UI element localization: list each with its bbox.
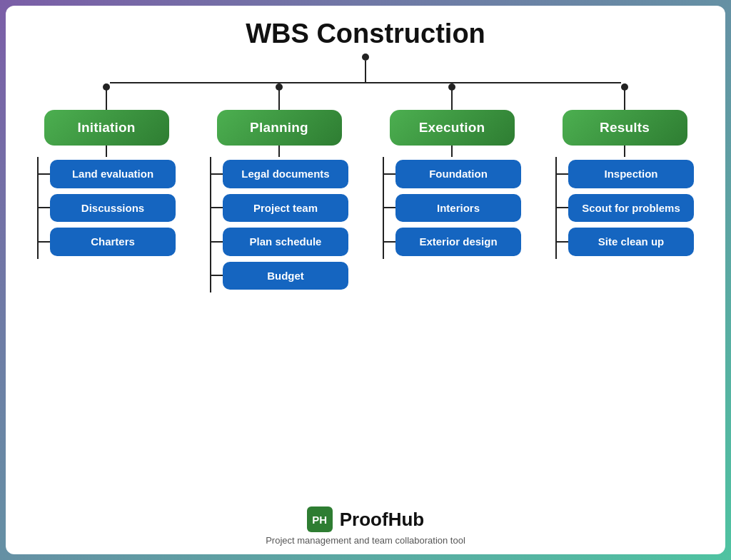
children-wrapper: Legal documentsProject teamPlan schedule… bbox=[210, 157, 348, 292]
child-box: Site clean up bbox=[568, 228, 694, 256]
child-h-line bbox=[211, 173, 223, 175]
child-box: Scout for problems bbox=[568, 194, 694, 223]
page-title: WBS Construction bbox=[246, 19, 485, 49]
cat-v-line bbox=[106, 146, 107, 157]
child-box: Land evaluation bbox=[50, 160, 176, 188]
child-h-line bbox=[557, 207, 568, 208]
ph-badge: PH bbox=[307, 506, 333, 532]
child-row: Inspection bbox=[557, 160, 694, 188]
children-list: InspectionScout for problemsSite clean u… bbox=[557, 157, 694, 259]
children-list: Land evaluationDiscussionsCharters bbox=[39, 157, 176, 259]
child-box: Interiors bbox=[395, 194, 521, 223]
child-h-line bbox=[557, 173, 568, 175]
child-box: Foundation bbox=[395, 160, 521, 188]
child-row: Interiors bbox=[384, 194, 521, 223]
v-drop-line bbox=[451, 90, 453, 110]
category-box-planning: Planning bbox=[217, 110, 342, 146]
footer-logo-row: PH ProofHub bbox=[307, 506, 424, 532]
footer: PH ProofHub Project management and team … bbox=[266, 506, 465, 546]
child-row: Budget bbox=[211, 262, 348, 290]
child-h-line bbox=[211, 207, 223, 208]
column-results: ResultsInspectionScout for problemsSite … bbox=[538, 83, 711, 259]
child-box: Discussions bbox=[50, 194, 176, 223]
inner-card: WBS Construction InitiationLand evaluati… bbox=[6, 6, 725, 554]
cat-v-line bbox=[278, 146, 280, 157]
ph-badge-text: PH bbox=[312, 514, 327, 526]
child-h-line bbox=[39, 207, 50, 208]
child-box: Inspection bbox=[568, 160, 694, 188]
footer-tagline: Project management and team collaboratio… bbox=[266, 535, 465, 546]
child-box: Legal documents bbox=[223, 160, 348, 188]
child-box: Charters bbox=[50, 228, 176, 256]
child-row: Plan schedule bbox=[211, 228, 348, 256]
root-dot bbox=[362, 54, 369, 61]
children-list: FoundationInteriorsExterior design bbox=[384, 157, 521, 259]
cat-v-line bbox=[451, 146, 453, 157]
wbs-diagram: InitiationLand evaluationDiscussionsChar… bbox=[20, 54, 711, 501]
child-row: Exterior design bbox=[384, 228, 521, 256]
children-wrapper: FoundationInteriorsExterior design bbox=[383, 157, 521, 259]
child-box: Project team bbox=[223, 194, 348, 223]
child-row: Foundation bbox=[384, 160, 521, 188]
child-row: Site clean up bbox=[557, 228, 694, 256]
children-list: Legal documentsProject teamPlan schedule… bbox=[211, 157, 348, 292]
child-h-line bbox=[384, 241, 395, 243]
outer-border: WBS Construction InitiationLand evaluati… bbox=[0, 0, 731, 560]
brand-name: ProofHub bbox=[340, 509, 424, 531]
child-h-line bbox=[557, 241, 568, 243]
v-drop-line bbox=[106, 90, 107, 110]
column-initiation: InitiationLand evaluationDiscussionsChar… bbox=[20, 83, 193, 259]
child-box: Exterior design bbox=[395, 228, 521, 256]
child-box: Budget bbox=[223, 262, 348, 290]
child-h-line bbox=[211, 275, 223, 276]
child-row: Discussions bbox=[39, 194, 176, 223]
category-box-results: Results bbox=[563, 110, 687, 146]
v-drop-line bbox=[624, 90, 625, 110]
child-h-line bbox=[384, 173, 395, 175]
category-box-initiation: Initiation bbox=[44, 110, 169, 146]
child-row: Charters bbox=[39, 228, 176, 256]
child-h-line bbox=[211, 241, 223, 243]
child-h-line bbox=[384, 207, 395, 208]
child-row: Scout for problems bbox=[557, 194, 694, 223]
root-line bbox=[365, 61, 366, 82]
child-h-line bbox=[39, 173, 50, 175]
category-box-execution: Execution bbox=[390, 110, 515, 146]
child-row: Land evaluation bbox=[39, 160, 176, 188]
child-row: Legal documents bbox=[211, 160, 348, 188]
v-drop-line bbox=[278, 90, 280, 110]
children-wrapper: InspectionScout for problemsSite clean u… bbox=[555, 157, 694, 259]
column-execution: ExecutionFoundationInteriorsExterior des… bbox=[366, 83, 538, 259]
cat-v-line bbox=[624, 146, 625, 157]
child-h-line bbox=[39, 241, 50, 243]
columns-row: InitiationLand evaluationDiscussionsChar… bbox=[20, 83, 711, 292]
child-box: Plan schedule bbox=[223, 228, 348, 256]
children-wrapper: Land evaluationDiscussionsCharters bbox=[37, 157, 176, 259]
column-planning: PlanningLegal documentsProject teamPlan … bbox=[193, 83, 366, 292]
child-row: Project team bbox=[211, 194, 348, 223]
